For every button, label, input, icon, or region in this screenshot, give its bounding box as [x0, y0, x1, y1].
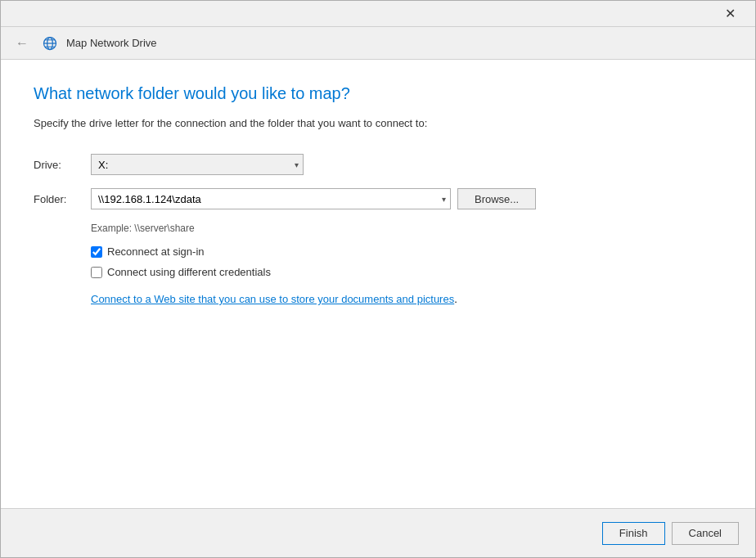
cancel-button[interactable]: Cancel [672, 522, 739, 545]
main-question: What network folder would you like to ma… [34, 84, 722, 103]
description-text: Specify the drive letter for the connect… [34, 116, 722, 131]
drive-select[interactable]: X: Y: Z: [91, 154, 304, 175]
globe-icon [42, 35, 58, 52]
web-link[interactable]: Connect to a Web site that you can use t… [91, 293, 454, 305]
map-network-drive-window: ✕ ← Map Network Drive What network folde… [0, 0, 756, 558]
folder-control: ▾ Browse... [91, 188, 722, 209]
close-icon: ✕ [725, 6, 736, 21]
nav-bar: ← Map Network Drive [1, 27, 755, 60]
close-button[interactable]: ✕ [711, 1, 749, 27]
titlebar: ✕ [1, 1, 755, 27]
back-button[interactable]: ← [11, 32, 34, 55]
nav-title: Map Network Drive [66, 37, 157, 49]
web-link-suffix: . [454, 293, 457, 305]
drive-row: Drive: X: Y: Z: ▾ [34, 154, 722, 175]
main-content: What network folder would you like to ma… [1, 60, 755, 508]
reconnect-label: Reconnect at sign-in [107, 245, 205, 258]
folder-row: Folder: ▾ Browse... [34, 188, 722, 209]
drive-label: Drive: [34, 159, 91, 171]
different-credentials-checkbox[interactable] [91, 267, 102, 278]
folder-label: Folder: [34, 193, 91, 205]
different-credentials-label: Connect using different credentials [107, 266, 271, 278]
credentials-row: Connect using different credentials [91, 266, 722, 278]
drive-control: X: Y: Z: ▾ [91, 154, 722, 175]
reconnect-checkbox[interactable] [91, 246, 102, 258]
drive-select-wrapper: X: Y: Z: ▾ [91, 154, 304, 175]
folder-input-wrapper: ▾ [91, 188, 451, 209]
folder-input[interactable] [91, 188, 451, 209]
footer: Finish Cancel [1, 508, 755, 557]
reconnect-row: Reconnect at sign-in [91, 245, 722, 258]
browse-button[interactable]: Browse... [457, 188, 536, 209]
finish-button[interactable]: Finish [602, 522, 665, 545]
web-link-row: Connect to a Web site that you can use t… [91, 293, 722, 305]
back-arrow-icon: ← [16, 36, 29, 51]
example-text: Example: \\server\share [91, 223, 722, 234]
